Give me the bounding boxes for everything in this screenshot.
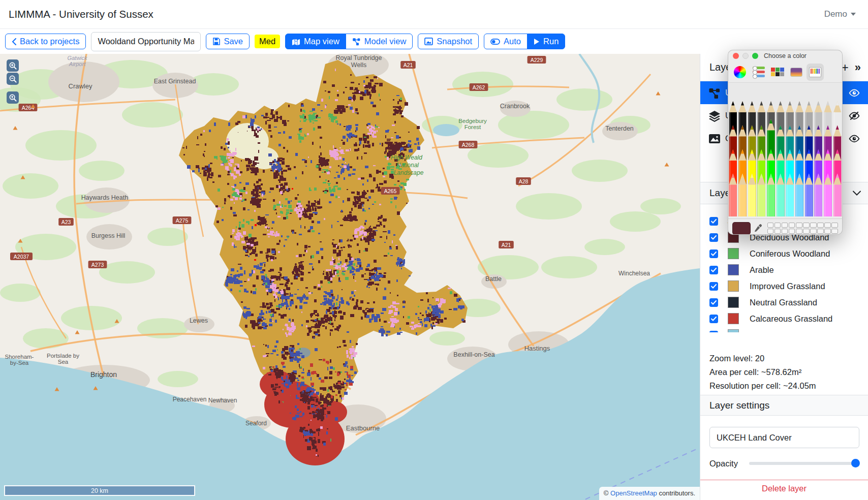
saved-swatches-grid[interactable] <box>767 223 838 234</box>
opacity-slider-thumb[interactable] <box>851 459 860 467</box>
map-town-label: Eastbourne <box>346 424 380 432</box>
saved-swatch[interactable] <box>803 229 810 234</box>
color-wheel-tab[interactable] <box>731 64 749 81</box>
collapse-sidebar-button[interactable]: » <box>855 61 861 74</box>
user-menu[interactable]: Demo <box>824 9 856 19</box>
map-town-label: Seaford <box>245 420 267 427</box>
auto-toggle-button[interactable]: Auto <box>484 34 528 49</box>
legend-row[interactable]: Calcareous Grassland <box>700 310 868 327</box>
zoom-out-button[interactable] <box>7 73 19 85</box>
color-picker-footer <box>728 218 842 235</box>
visibility-on-button[interactable] <box>849 134 860 144</box>
legend-checkbox[interactable] <box>709 298 718 307</box>
minimize-window-button[interactable] <box>742 53 749 59</box>
map-town-label: Bexhill-on-Sea <box>453 351 494 358</box>
map-icon <box>292 38 300 46</box>
map-town-label: Crawley <box>69 82 92 90</box>
saved-swatch[interactable] <box>782 223 788 228</box>
saved-swatch[interactable] <box>767 223 774 228</box>
legend-color-swatch[interactable] <box>728 280 739 292</box>
legend-color-swatch[interactable] <box>728 313 739 324</box>
close-window-button[interactable] <box>733 53 739 59</box>
resolution-per-cell-text: Resolution per cell: ~24.05m <box>709 379 816 393</box>
saved-swatch[interactable] <box>789 223 795 228</box>
saved-swatch[interactable] <box>831 223 838 228</box>
map-svg[interactable]: A264A23A2037A273A275A21A229A262A268A28A2… <box>0 54 700 500</box>
legend-checkbox[interactable] <box>709 217 718 226</box>
saved-swatch[interactable] <box>767 229 774 234</box>
delete-layer-button[interactable]: Delete layer <box>700 484 868 493</box>
save-button[interactable]: Save <box>206 34 250 49</box>
legend-color-swatch[interactable] <box>728 248 739 259</box>
med-badge: Med <box>255 35 280 48</box>
map-town-label: National <box>396 162 419 169</box>
legend-color-swatch[interactable] <box>728 297 739 308</box>
saved-swatch[interactable] <box>831 229 838 234</box>
layer-name-input[interactable] <box>709 427 859 448</box>
legend-row[interactable]: Arable <box>700 262 868 278</box>
zoom-to-extent-button[interactable] <box>7 91 19 104</box>
visibility-on-button[interactable] <box>849 88 860 98</box>
saved-swatch[interactable] <box>796 229 802 234</box>
svg-text:A2037: A2037 <box>14 254 29 260</box>
legend-checkbox[interactable] <box>709 249 718 258</box>
svg-text:A268: A268 <box>462 142 475 148</box>
color-pencils-tab[interactable] <box>807 64 824 81</box>
opacity-slider[interactable] <box>749 462 859 465</box>
saved-swatch[interactable] <box>796 223 802 228</box>
map-town-label: High Weald <box>391 154 422 161</box>
legend-row[interactable]: Neutral Grassland <box>700 294 868 310</box>
legend-checkbox[interactable] <box>709 331 718 333</box>
saved-swatch[interactable] <box>782 229 788 234</box>
legend-color-swatch[interactable] <box>728 329 739 332</box>
current-color-swatch[interactable] <box>732 222 751 235</box>
legend-color-swatch[interactable] <box>728 264 739 275</box>
model-view-button[interactable]: Model view <box>346 34 413 49</box>
chevron-down-icon[interactable] <box>853 191 861 196</box>
legend-checkbox[interactable] <box>709 233 718 242</box>
map-canvas[interactable]: A264A23A2037A273A275A21A229A262A268A28A2… <box>0 54 700 500</box>
color-sliders-tab[interactable] <box>750 64 767 81</box>
saved-swatch[interactable] <box>810 223 817 228</box>
legend-checkbox[interactable] <box>709 315 718 323</box>
saved-swatch[interactable] <box>817 223 824 228</box>
visibility-off-button[interactable] <box>849 111 860 121</box>
color-palettes-tab[interactable] <box>769 64 786 81</box>
map-attribution: © OpenStreetMap contributors. <box>599 487 700 500</box>
pencil-palette[interactable] <box>728 83 842 216</box>
user-menu-label: Demo <box>824 9 847 19</box>
color-picker-titlebar[interactable]: Choose a color <box>728 50 842 61</box>
legend-checkbox[interactable] <box>709 266 718 274</box>
color-picker-title: Choose a color <box>764 52 807 59</box>
maximize-window-button[interactable] <box>752 53 758 59</box>
run-button[interactable]: Run <box>527 34 565 49</box>
map-view-button[interactable]: Map view <box>285 34 346 49</box>
map-town-label: East Grinstead <box>154 78 196 85</box>
svg-text:A273: A273 <box>91 262 104 268</box>
saved-swatch[interactable] <box>824 223 831 228</box>
saved-swatch[interactable] <box>789 229 795 234</box>
snapshot-button[interactable]: Snapshot <box>418 34 479 49</box>
color-image-tab[interactable] <box>788 64 805 81</box>
zoom-in-button[interactable] <box>7 59 19 72</box>
back-to-projects-button[interactable]: Back to projects <box>5 34 86 49</box>
area-per-cell-text: Area per cell: ~578.62m² <box>709 365 816 379</box>
saved-swatch[interactable] <box>774 223 781 228</box>
osm-link[interactable]: OpenStreetMap <box>610 489 657 497</box>
legend-row[interactable] <box>700 327 868 332</box>
legend-checkbox[interactable] <box>709 282 718 291</box>
map-town-label: Portslade by <box>47 353 79 359</box>
saved-swatch[interactable] <box>810 229 817 234</box>
saved-swatch[interactable] <box>817 229 824 234</box>
legend-row[interactable]: Coniferous Woodland <box>700 245 868 262</box>
zoom-level-text: Zoom level: 20 <box>709 352 816 365</box>
eyedropper-icon[interactable] <box>754 224 762 233</box>
project-name-input[interactable] <box>91 32 201 51</box>
legend-label: Arable <box>750 265 774 275</box>
saved-swatch[interactable] <box>803 223 810 228</box>
zoom-in-icon <box>9 61 17 70</box>
map-town-label: Cranbrook <box>500 103 530 110</box>
saved-swatch[interactable] <box>824 229 831 234</box>
legend-row[interactable]: Improved Grassland <box>700 278 868 294</box>
saved-swatch[interactable] <box>774 229 781 234</box>
